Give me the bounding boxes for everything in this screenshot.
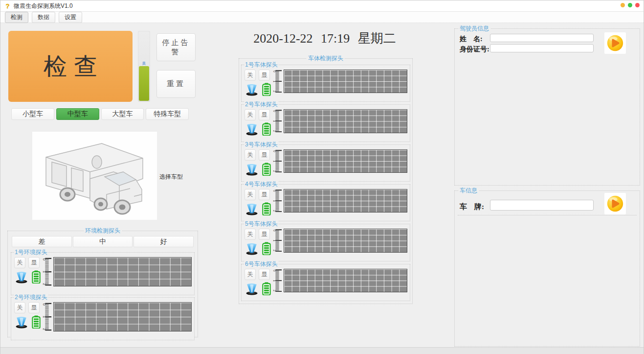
probe-off-button[interactable]: 关 bbox=[244, 269, 256, 280]
svg-text:?: ? bbox=[5, 2, 9, 10]
probe-label: 3号车体探头 bbox=[244, 142, 279, 148]
probe-off-button[interactable]: 关 bbox=[14, 257, 25, 268]
quality-medium-button[interactable]: 中 bbox=[73, 236, 133, 247]
detector-beam-icon bbox=[14, 316, 29, 329]
svg-text:0: 0 bbox=[272, 71, 277, 72]
plate-label: 车 牌: bbox=[460, 202, 484, 212]
probe-scale-ruler: 0 1 2 bbox=[42, 257, 52, 286]
check-button[interactable]: 检查 bbox=[8, 31, 133, 102]
window-title: 微震生命探测系统V1.0 bbox=[14, 2, 73, 10]
driver-name-input[interactable] bbox=[490, 34, 594, 42]
svg-text:2: 2 bbox=[272, 130, 277, 132]
svg-text:0: 0 bbox=[42, 258, 46, 260]
tab-settings[interactable]: 设置 bbox=[59, 12, 82, 23]
tab-data[interactable]: 数据 bbox=[32, 12, 55, 23]
close-dot-icon[interactable] bbox=[635, 3, 640, 7]
probe-label: 4号车体探头 bbox=[244, 181, 279, 188]
body-probe-panel-4: 4号车体探头 关 显 0 1 2 bbox=[241, 184, 410, 221]
probe-display-button[interactable]: 显 bbox=[28, 257, 40, 268]
probe-signal-grid bbox=[53, 257, 192, 286]
probe-label: 1号车体探头 bbox=[244, 62, 279, 68]
body-probe-panel-3: 3号车体探头 关 显 0 1 2 bbox=[241, 144, 410, 182]
tab-bar: 检测 数据 设置 bbox=[0, 12, 644, 23]
plate-input[interactable] bbox=[490, 200, 594, 211]
probe-display-button[interactable]: 显 bbox=[28, 302, 40, 313]
environment-probes-group: 环境检测探头 差 中 好 1号环境探头 关 显 bbox=[7, 231, 198, 337]
probe-scale-ruler: 0 1 2 bbox=[272, 109, 283, 133]
vehicle-type-special[interactable]: 特殊车型 bbox=[146, 108, 189, 120]
probe-display-button[interactable]: 显 bbox=[259, 70, 270, 81]
detector-beam-icon bbox=[244, 123, 259, 136]
probe-signal-grid bbox=[284, 149, 407, 173]
car-group-title: 车信息 bbox=[458, 187, 479, 194]
probe-label: 1号环境探头 bbox=[14, 249, 48, 256]
probe-off-button[interactable]: 关 bbox=[14, 302, 25, 313]
svg-text:0: 0 bbox=[42, 303, 46, 306]
quality-bad-button[interactable]: 差 bbox=[12, 236, 72, 247]
detector-beam-icon bbox=[244, 84, 259, 96]
probe-signal-grid bbox=[284, 269, 407, 292]
probe-display-button[interactable]: 显 bbox=[259, 269, 270, 280]
probe-signal-grid bbox=[284, 229, 407, 252]
reset-button[interactable]: 重置 bbox=[156, 70, 196, 98]
driver-name-label: 姓 名: bbox=[460, 35, 483, 44]
battery-icon bbox=[262, 83, 271, 96]
probe-label: 6号车体探头 bbox=[244, 261, 279, 267]
car-record-button[interactable] bbox=[604, 193, 626, 214]
body-probe-panel-5: 5号车体探头 关 显 0 1 2 bbox=[241, 224, 410, 261]
battery-icon bbox=[262, 282, 271, 295]
probe-off-button[interactable]: 关 bbox=[244, 189, 256, 200]
battery-icon bbox=[262, 242, 271, 255]
level-meter-value-label: 吴 bbox=[138, 61, 150, 66]
svg-text:1: 1 bbox=[272, 120, 277, 122]
probe-display-button[interactable]: 显 bbox=[259, 229, 270, 240]
battery-icon bbox=[32, 315, 41, 329]
tab-detect[interactable]: 检测 bbox=[5, 12, 28, 23]
datetime-display: 2020-12-22 17:19 星期二 bbox=[237, 30, 413, 47]
svg-text:2: 2 bbox=[272, 289, 277, 291]
probe-label: 2号环境探头 bbox=[14, 294, 48, 301]
probe-display-button[interactable]: 显 bbox=[259, 189, 270, 200]
driver-id-label: 身份证号: bbox=[460, 45, 489, 54]
detector-beam-icon bbox=[244, 243, 259, 255]
probe-scale-ruler: 0 1 2 bbox=[42, 302, 52, 331]
vehicle-type-medium[interactable]: 中型车 bbox=[56, 108, 99, 120]
driver-record-button[interactable] bbox=[604, 32, 626, 54]
probe-display-button[interactable]: 显 bbox=[259, 109, 270, 120]
probe-display-button[interactable]: 显 bbox=[259, 149, 270, 161]
quality-good-button[interactable]: 好 bbox=[133, 236, 194, 247]
detector-beam-icon bbox=[244, 164, 259, 176]
probe-off-button[interactable]: 关 bbox=[244, 109, 256, 120]
app-window: ? 微震生命探测系统V1.0 检测 数据 设置 检查 吴 停止告警 重置 小型车… bbox=[0, 0, 644, 354]
svg-text:1: 1 bbox=[272, 280, 277, 282]
svg-text:2: 2 bbox=[42, 283, 46, 285]
env-probe-panel-2: 2号环境探头 关 显 0 1 2 bbox=[11, 297, 195, 340]
body-probe-panel-2: 2号车体探头 关 显 0 1 2 bbox=[241, 104, 410, 142]
record-play-icon bbox=[606, 194, 624, 213]
probe-off-button[interactable]: 关 bbox=[244, 229, 256, 240]
svg-text:1: 1 bbox=[42, 316, 46, 318]
probe-label: 5号车体探头 bbox=[244, 221, 279, 227]
svg-text:2: 2 bbox=[272, 91, 277, 93]
svg-text:2: 2 bbox=[272, 210, 277, 212]
probe-scale-ruler: 0 1 2 bbox=[272, 269, 283, 292]
driver-group-title: 驾驶员信息 bbox=[458, 25, 490, 32]
select-model-label: 选择车型 bbox=[159, 173, 183, 181]
maximize-dot-icon[interactable] bbox=[628, 3, 632, 7]
probe-off-button[interactable]: 关 bbox=[244, 70, 256, 81]
level-meter[interactable]: 吴 bbox=[138, 31, 150, 102]
vehicle-type-small[interactable]: 小型车 bbox=[11, 108, 54, 120]
stop-alarm-button[interactable]: 停止告警 bbox=[156, 33, 196, 61]
probe-off-button[interactable]: 关 bbox=[244, 149, 256, 161]
probe-scale-ruler: 0 1 2 bbox=[272, 149, 283, 173]
minimize-dot-icon[interactable] bbox=[621, 3, 625, 7]
driver-id-input[interactable] bbox=[490, 44, 594, 52]
body-probes-group: 车体检测探头 1号车体探头 关 显 0 1 bbox=[239, 58, 413, 304]
body-probe-panel-6: 6号车体探头 关 显 0 1 2 bbox=[241, 264, 410, 301]
title-bar: ? 微震生命探测系统V1.0 bbox=[0, 0, 644, 12]
body-probe-panel-1: 1号车体探头 关 显 0 1 2 bbox=[241, 65, 410, 102]
vehicle-type-large[interactable]: 大型车 bbox=[101, 108, 144, 120]
vehicle-type-selector: 小型车 中型车 大型车 特殊车型 bbox=[11, 108, 189, 120]
car-info-group: 车信息 车 牌: bbox=[454, 190, 640, 347]
environment-group-title: 环境检测探头 bbox=[84, 227, 122, 234]
